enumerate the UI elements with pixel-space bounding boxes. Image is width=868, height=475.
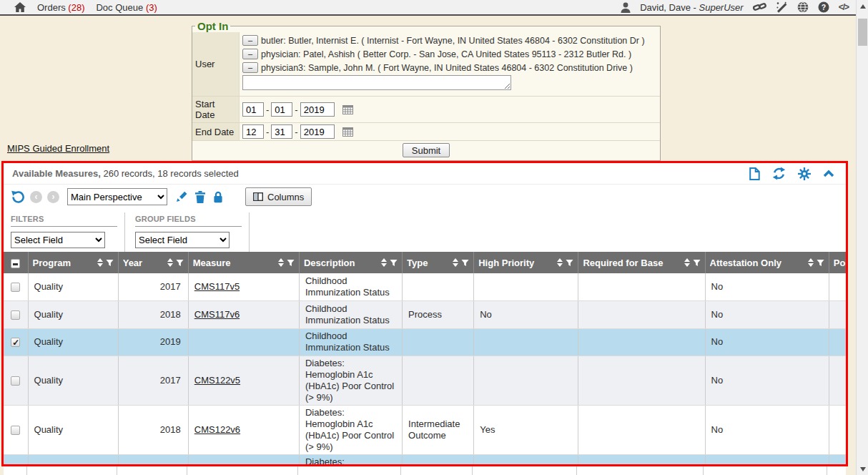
- column-header-type[interactable]: Type: [403, 252, 474, 273]
- row-checkbox[interactable]: [11, 338, 20, 347]
- column-header-required-for-base[interactable]: Required for Base: [578, 252, 705, 273]
- calendar-icon[interactable]: [342, 127, 353, 137]
- collapse-chevron-icon[interactable]: [823, 170, 834, 177]
- column-header-description[interactable]: Description: [299, 252, 402, 273]
- vertical-scrollbar[interactable]: [856, 0, 868, 475]
- sort-icon[interactable]: [453, 258, 458, 267]
- sort-icon[interactable]: [557, 258, 563, 267]
- filters-section: FILTERS Select Field: [11, 212, 125, 252]
- row-checkbox[interactable]: [11, 310, 20, 320]
- cell-attestation-only: No: [705, 273, 829, 300]
- table-row[interactable]: Quality 2019 Childhood Immunization Stat…: [4, 328, 848, 356]
- tab-doc-queue[interactable]: Doc Queue (3): [96, 2, 157, 13]
- user-name: David, Dave - SuperUser: [640, 2, 744, 13]
- filter-icon[interactable]: [390, 259, 398, 267]
- lock-icon[interactable]: [213, 191, 223, 203]
- sort-icon[interactable]: [684, 258, 690, 267]
- column-header-attestation-only[interactable]: Attestation Only: [705, 252, 829, 273]
- filter-icon[interactable]: [461, 259, 469, 267]
- measure-link[interactable]: CMS122v6: [194, 424, 240, 435]
- cell-points: [829, 300, 848, 328]
- table-row[interactable]: Quality 2017 CMS117v5 Childhood Immuniza…: [4, 273, 848, 300]
- table-row[interactable]: Quality 2017 CMS122v5 Diabetes: Hemoglob…: [4, 356, 848, 405]
- cell-description: Diabetes: Hemoglobin A1c (HbA1c) Poor Co…: [299, 405, 402, 454]
- cell-description: Diabetes: Hemoglobin A1c (HbA1c) Poor Co…: [299, 454, 402, 466]
- cell-attestation-only: No: [705, 356, 829, 405]
- select-all-checkbox[interactable]: [11, 259, 20, 268]
- refresh-icon[interactable]: [772, 167, 786, 180]
- link-icon[interactable]: [753, 2, 766, 13]
- cell-attestation-only: No: [705, 328, 829, 356]
- scrollbar-thumb[interactable]: [858, 19, 867, 46]
- filter-icon[interactable]: [693, 259, 701, 267]
- filter-icon[interactable]: [106, 259, 114, 267]
- user-search-input[interactable]: [242, 75, 511, 90]
- row-checkbox[interactable]: [11, 376, 20, 386]
- user-entry-text: physician: Patel, Ashish ( Better Corp. …: [261, 49, 631, 59]
- home-icon[interactable]: [14, 2, 26, 12]
- calendar-icon[interactable]: [342, 104, 353, 114]
- cell-high-priority: [474, 328, 578, 356]
- tab-doc-queue-count: (3): [146, 2, 157, 13]
- row-checkbox[interactable]: [11, 283, 20, 292]
- group-fields-select[interactable]: Select Field: [135, 232, 230, 248]
- scroll-up-arrow[interactable]: [857, 0, 868, 12]
- sort-icon[interactable]: [97, 258, 103, 267]
- date-separator: -: [266, 127, 269, 137]
- start-year-field[interactable]: [300, 102, 335, 117]
- table-row[interactable]: Quality 2018 CMS122v6 Diabetes: Hemoglob…: [4, 405, 848, 454]
- table-row[interactable]: Quality 2018 CMS117v6 Childhood Immuniza…: [4, 300, 848, 328]
- columns-button-label: Columns: [267, 192, 304, 202]
- filters-heading: FILTERS: [11, 215, 117, 227]
- end-month-field[interactable]: [242, 124, 264, 139]
- mips-guided-enrollment-link[interactable]: MIPS Guided Enrollment: [7, 143, 109, 154]
- columns-button[interactable]: Columns: [245, 187, 312, 206]
- back-arrow-icon[interactable]: ‹: [30, 191, 42, 203]
- column-header-program[interactable]: Program: [28, 252, 118, 273]
- column-header-high-priority[interactable]: High Priority: [474, 252, 578, 273]
- undo-icon[interactable]: [11, 190, 25, 203]
- code-icon[interactable]: </>: [839, 2, 849, 12]
- start-month-field[interactable]: [242, 102, 264, 117]
- column-header-points[interactable]: Points: [829, 252, 848, 273]
- sort-icon[interactable]: [381, 258, 387, 267]
- wand-icon[interactable]: [776, 1, 788, 13]
- perspective-select[interactable]: Main Perspective: [67, 188, 167, 205]
- measure-link[interactable]: CMS117v6: [194, 309, 240, 320]
- export-page-icon[interactable]: [749, 167, 760, 180]
- filter-icon[interactable]: [817, 259, 824, 267]
- measure-link[interactable]: CMS122v5: [194, 375, 240, 386]
- user-entry-text: butler: Butler, Internist E. ( Internist…: [261, 36, 645, 46]
- scroll-down-arrow[interactable]: [857, 463, 868, 475]
- table-row[interactable]: Quality 2019 Diabetes: Hemoglobin A1c (H…: [4, 454, 848, 466]
- column-header-year[interactable]: Year: [118, 252, 188, 273]
- column-header-measure[interactable]: Measure: [188, 252, 299, 273]
- filter-icon[interactable]: [176, 259, 184, 267]
- sort-icon[interactable]: [278, 258, 284, 267]
- filter-icon[interactable]: [287, 259, 295, 267]
- columns-icon: [253, 192, 263, 201]
- delete-trash-icon[interactable]: [195, 191, 205, 203]
- end-year-field[interactable]: [300, 124, 335, 139]
- cell-type: Process: [403, 300, 474, 328]
- measure-link[interactable]: CMS117v5: [194, 281, 240, 292]
- filters-field-select[interactable]: Select Field: [11, 232, 105, 248]
- start-day-field[interactable]: [271, 102, 292, 117]
- remove-user-button[interactable]: –: [242, 49, 258, 59]
- globe-icon[interactable]: [797, 1, 809, 13]
- sort-icon[interactable]: [167, 258, 173, 267]
- tab-orders[interactable]: Orders (28): [37, 2, 84, 13]
- remove-user-button[interactable]: –: [242, 62, 258, 73]
- help-icon[interactable]: ?: [818, 1, 829, 13]
- end-day-field[interactable]: [271, 124, 292, 139]
- gear-icon[interactable]: [798, 167, 811, 180]
- submit-button[interactable]: Submit: [403, 143, 450, 157]
- row-checkbox[interactable]: [11, 426, 20, 435]
- column-header-select-all[interactable]: [4, 252, 28, 273]
- sort-icon[interactable]: [808, 258, 814, 267]
- panel-title: Available Measures,: [12, 168, 101, 179]
- edit-pencil-icon[interactable]: [175, 191, 187, 203]
- remove-user-button[interactable]: –: [242, 35, 258, 46]
- filter-icon[interactable]: [566, 259, 573, 267]
- forward-arrow-icon[interactable]: ›: [47, 191, 59, 203]
